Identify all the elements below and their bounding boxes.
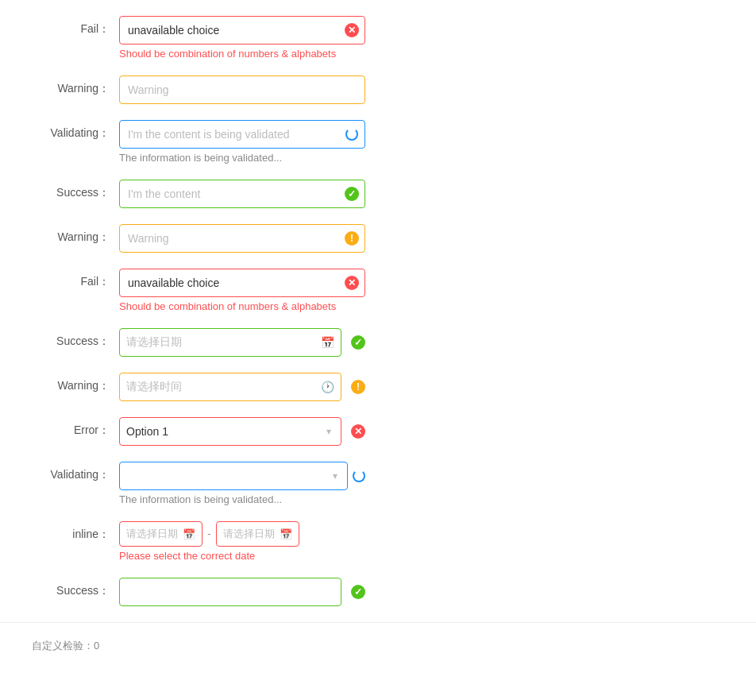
calendar-icon-end: 📅	[280, 528, 292, 540]
warning-text-input-top[interactable]	[119, 75, 365, 104]
date-range-end[interactable]: 请选择日期 📅	[216, 521, 299, 547]
validating-select-input[interactable]: ▾	[119, 462, 348, 490]
success-icon: ✓	[345, 187, 359, 201]
row-validating-text: Validating： The information is being val…	[0, 120, 756, 164]
validating-hint: The information is being validated...	[119, 152, 365, 164]
time-placeholder: 请选择时间	[126, 380, 318, 394]
label-warning-time: Warning：	[32, 373, 119, 393]
fail-icon: ✕	[345, 23, 359, 37]
field-warning-top	[119, 75, 365, 104]
label-fail: Fail：	[32, 16, 119, 37]
label-validating-select: Validating：	[32, 462, 119, 482]
label-error-select: Error：	[32, 417, 119, 438]
label-validating: Validating：	[32, 120, 119, 141]
date-placeholder: 请选择日期	[126, 335, 318, 350]
inline-date-error: Please select the correct date	[119, 550, 365, 562]
row-fail-text-2: Fail： ✕ Should be combination of numbers…	[0, 269, 756, 312]
success-text-input[interactable]	[119, 180, 365, 208]
row-success-text: Success： ✓	[0, 180, 756, 208]
field-success-blank: ✓	[119, 578, 365, 606]
field-error-select: Option 1 ▾ ✕	[119, 417, 365, 446]
success-blank-icon: ✓	[351, 585, 365, 599]
label-success: Success：	[32, 180, 119, 200]
warning-icon-2: !	[345, 231, 359, 246]
fail-text-input-2[interactable]	[119, 269, 365, 297]
field-warning-time: 请选择时间 🕐 !	[119, 373, 365, 401]
fail-text-input[interactable]	[119, 16, 365, 44]
label-inline: inline：	[32, 521, 119, 542]
field-success-date: 请选择日期 📅 ✓	[119, 328, 365, 357]
field-fail-text-2: ✕ Should be combination of numbers & alp…	[119, 269, 365, 312]
label-fail-2: Fail：	[32, 269, 119, 289]
row-warning-time: Warning： 请选择时间 🕐 !	[0, 373, 756, 401]
calendar-icon: 📅	[321, 336, 334, 349]
bottom-section: 自定义检验：0	[0, 622, 756, 669]
date-range-start[interactable]: 请选择日期 📅	[119, 521, 202, 547]
validating-icon	[345, 127, 359, 141]
custom-validation-label: 自定义检验：0	[32, 640, 99, 652]
date-range-separator: -	[207, 528, 211, 540]
select-value: Option 1	[126, 425, 326, 438]
row-warning-text-2: Warning： !	[0, 224, 756, 253]
chevron-down-icon-2: ▾	[333, 470, 338, 481]
row-validating-select: Validating： ▾ The information is being v…	[0, 462, 756, 505]
chevron-down-icon: ▾	[326, 426, 331, 437]
fail-error-msg-2: Should be combination of numbers & alpha…	[119, 300, 365, 312]
field-warning-2: !	[119, 224, 365, 253]
row-error-select: Error： Option 1 ▾ ✕	[0, 417, 756, 446]
fail-error-msg: Should be combination of numbers & alpha…	[119, 48, 365, 60]
fail-icon-2: ✕	[345, 276, 359, 290]
clock-icon: 🕐	[321, 381, 334, 393]
row-success-date: Success： 请选择日期 📅 ✓	[0, 328, 756, 357]
date-range-wrap: 请选择日期 📅 - 请选择日期 📅	[119, 521, 365, 547]
validating-text-input[interactable]	[119, 120, 365, 149]
date-start-placeholder: 请选择日期	[126, 527, 178, 541]
date-end-placeholder: 请选择日期	[223, 527, 275, 541]
label-success-blank: Success：	[32, 578, 119, 598]
success-date-icon: ✓	[351, 335, 365, 350]
error-select-input[interactable]: Option 1 ▾	[119, 417, 341, 446]
row-warning-text-top: Warning：	[0, 75, 756, 104]
time-input-warning[interactable]: 请选择时间 🕐	[119, 373, 341, 401]
label-success-date: Success：	[32, 328, 119, 349]
label-warning-top: Warning：	[32, 75, 119, 96]
date-input-success[interactable]: 请选择日期 📅	[119, 328, 341, 357]
row-success-blank: Success： ✓	[0, 578, 756, 606]
form-container: Fail： ✕ Should be combination of numbers…	[0, 0, 756, 685]
validating-select-spinner	[353, 470, 365, 482]
row-fail-text: Fail： ✕ Should be combination of numbers…	[0, 16, 756, 60]
field-inline-date: 请选择日期 📅 - 请选择日期 📅 Please select the corr…	[119, 521, 365, 562]
field-success-text: ✓	[119, 180, 365, 208]
calendar-icon-start: 📅	[183, 528, 195, 540]
field-validating-select: ▾ The information is being validated...	[119, 462, 365, 505]
warning-time-icon: !	[351, 380, 365, 394]
label-warning-2: Warning：	[32, 224, 119, 245]
field-fail-text: ✕ Should be combination of numbers & alp…	[119, 16, 365, 60]
row-inline-date: inline： 请选择日期 📅 - 请选择日期 📅 Please select …	[0, 521, 756, 562]
fail-select-icon: ✕	[351, 424, 365, 439]
validating-select-hint: The information is being validated...	[119, 493, 365, 505]
field-validating-text: The information is being validated...	[119, 120, 365, 164]
success-blank-input[interactable]	[119, 578, 341, 606]
warning-text-input-2[interactable]	[119, 224, 365, 253]
